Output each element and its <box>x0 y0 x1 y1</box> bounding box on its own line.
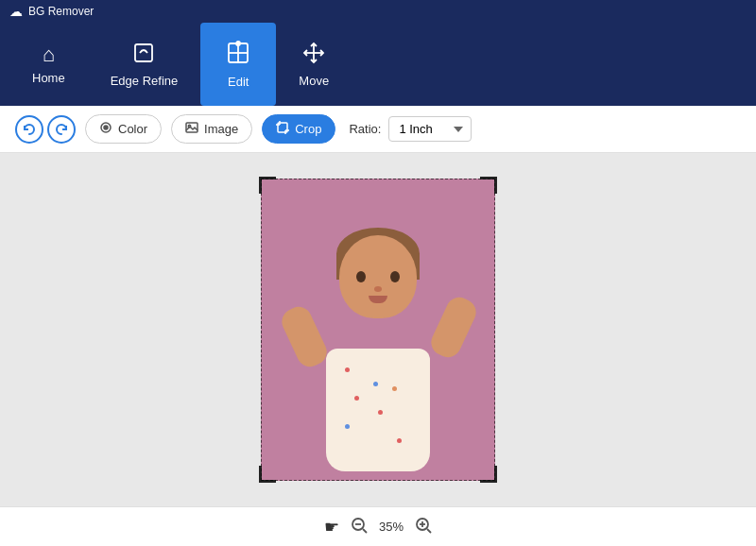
color-icon <box>99 121 112 137</box>
edge-refine-icon <box>132 42 155 68</box>
svg-point-4 <box>236 42 240 45</box>
color-button[interactable]: Color <box>85 114 162 144</box>
nav-item-edge-refine-label: Edge Refine <box>111 74 179 88</box>
home-icon: ⌂ <box>43 44 55 65</box>
title-bar: ☁ BG Remover <box>0 0 756 23</box>
redo-button[interactable] <box>47 115 76 144</box>
nav-item-move-label: Move <box>299 74 329 88</box>
color-label: Color <box>118 122 147 136</box>
ratio-select[interactable]: 1 Inch 2 Inch Passport Custom <box>388 116 472 142</box>
ratio-section: Ratio: 1 Inch 2 Inch Passport Custom <box>349 116 472 142</box>
nav-item-edit[interactable]: Edit <box>200 23 276 106</box>
nav-bar: ⌂ Home Edge Refine Edit <box>0 23 756 106</box>
app-icon: ☁ <box>9 4 23 19</box>
crop-label: Crop <box>295 122 321 136</box>
crop-corner-tl[interactable] <box>259 177 276 194</box>
nav-item-home[interactable]: ⌂ Home <box>9 23 88 106</box>
image-label: Image <box>204 122 238 136</box>
undo-redo-group <box>15 115 76 144</box>
nav-item-move[interactable]: Move <box>276 23 352 106</box>
svg-point-8 <box>104 126 108 129</box>
crop-corner-tr[interactable] <box>480 177 497 194</box>
zoom-in-icon[interactable] <box>415 517 432 537</box>
app-title: BG Remover <box>28 5 94 18</box>
crop-button[interactable]: Crop <box>262 114 335 144</box>
nav-item-edge-refine[interactable]: Edge Refine <box>88 23 201 106</box>
crop-corner-br[interactable] <box>480 466 497 483</box>
move-icon <box>302 42 325 68</box>
svg-line-22 <box>427 529 431 533</box>
edit-icon <box>226 41 250 69</box>
image-button[interactable]: Image <box>171 114 252 144</box>
zoom-percent: 35% <box>379 520 404 534</box>
crop-corner-bl[interactable] <box>259 466 276 483</box>
nav-item-edit-label: Edit <box>228 75 249 89</box>
undo-button[interactable] <box>15 115 43 144</box>
photo-display <box>261 179 495 481</box>
svg-rect-0 <box>135 44 152 61</box>
nav-item-home-label: Home <box>32 71 65 85</box>
crop-icon <box>276 121 289 137</box>
toolbar: Color Image Crop Ratio: 1 Inch <box>0 106 756 153</box>
zoom-out-icon[interactable] <box>351 517 368 537</box>
svg-line-18 <box>363 529 367 533</box>
canvas-area <box>0 153 756 506</box>
bottom-bar: ☛ 35% <box>0 506 756 546</box>
ratio-label: Ratio: <box>349 122 381 136</box>
image-container <box>261 179 495 481</box>
hand-icon[interactable]: ☛ <box>324 517 339 537</box>
image-icon <box>185 121 198 137</box>
